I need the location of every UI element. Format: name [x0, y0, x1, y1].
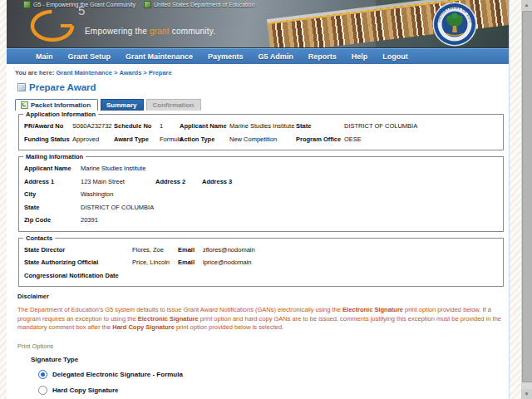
page-title-row: Prepare Award — [7, 76, 509, 92]
page-container: G5 - Empowering the Grant Community Unit… — [7, 0, 510, 399]
nav-item-reports[interactable]: Reports — [301, 52, 344, 61]
nav-item-logout[interactable]: Logout — [375, 52, 416, 61]
applicant-name-label: Applicant Name — [180, 120, 229, 133]
pr-award-no-label: PR/Award No — [24, 120, 72, 133]
mailing-row: Applicant Name Marine Studies Institute — [24, 162, 500, 175]
disclaimer-text: The Department of Education's G5 system … — [17, 306, 504, 332]
contact-row: Congressional Notification Date — [24, 269, 500, 283]
radio-hard-copy-signature[interactable]: Hard Copy Signature — [38, 386, 509, 395]
print-options-heading: Print Options — [17, 342, 509, 350]
ed-favicon-icon — [144, 1, 151, 8]
fieldset-legend: Application Information — [23, 111, 98, 118]
mailing-state-label: State — [24, 201, 81, 214]
tab-confirmation[interactable]: Confirmation — [146, 99, 201, 111]
schedule-no-label: Schedule No — [114, 120, 160, 133]
mailing-row: Zip Code 20391 — [24, 214, 500, 227]
scroll-down-icon[interactable]: ▼ — [521, 389, 532, 399]
breadcrumb-separator: > — [141, 69, 148, 76]
radio-delegated-electronic-signature[interactable]: Delegated Electronic Signature - Formula — [38, 370, 509, 379]
radio-button-icon[interactable] — [38, 386, 47, 395]
action-type-value: New Competition — [229, 133, 296, 146]
city-label: City — [24, 188, 81, 201]
contact-row: State Authorizing Official Price, Lincol… — [24, 256, 500, 269]
prepare-award-icon — [17, 83, 26, 91]
main-navigation: Main Grant Setup Grant Maintenance Payme… — [7, 48, 509, 64]
breadcrumb-link-grant-maintenance[interactable]: Grant Maintenance — [56, 69, 112, 76]
window-title-text: United States Department of Education — [154, 2, 254, 7]
radio-button-icon[interactable] — [38, 370, 47, 379]
zip-code-value: 20391 — [81, 214, 98, 227]
fieldset-legend: Contacts — [23, 234, 55, 242]
congressional-notification-date-label: Congressional Notification Date — [24, 269, 132, 283]
state-authorizing-official-label: State Authorizing Official — [24, 256, 132, 269]
g5-logo: 5 — [30, 7, 105, 45]
contact-row: State Director Flores, Zoe Email zflores… — [24, 244, 500, 257]
nav-item-help[interactable]: Help — [344, 52, 376, 61]
state-authorizing-official-email: lprice@nodomain — [203, 256, 500, 269]
department-of-education-seal-icon: DEPARTMENT OF EDUCATION — [432, 2, 477, 47]
page-title: Prepare Award — [29, 82, 96, 92]
email-label: Email — [178, 244, 203, 257]
fieldset-legend: Mailing Information — [23, 153, 86, 160]
address1-label: Address 1 — [24, 175, 81, 189]
breadcrumb-link-prepare[interactable]: Prepare — [149, 69, 172, 76]
nav-item-grant-setup[interactable]: Grant Setup — [61, 52, 119, 61]
congressional-notification-date-value — [132, 269, 178, 283]
funding-status-label: Funding Status — [24, 133, 72, 146]
tab-label: Packet Information — [31, 101, 91, 109]
program-office-label: Program Office — [296, 133, 344, 146]
tab-summary[interactable]: Summary — [101, 99, 144, 111]
state-value: DISTRICT OF COLUMBIA — [344, 120, 500, 133]
radio-label: Delegated Electronic Signature - Formula — [52, 371, 183, 378]
mailing-applicant-name-label: Applicant Name — [24, 162, 81, 175]
state-label: State — [296, 120, 344, 133]
banner: G5 - Empowering the Grant Community Unit… — [7, 0, 509, 48]
scroll-up-icon[interactable]: ▲ — [521, 0, 532, 10]
tab-label: Confirmation — [152, 101, 194, 109]
signature-type-label: Signature Type — [31, 356, 509, 363]
mailing-state-value: DISTRICT OF COLUMBIA — [81, 201, 154, 214]
address3-label: Address 3 — [202, 175, 500, 189]
tagline-accent: grant — [150, 27, 170, 36]
zip-code-label: Zip Code — [24, 214, 81, 227]
schedule-no-value: 1 — [160, 120, 180, 133]
breadcrumb-link-awards[interactable]: Awards — [119, 69, 141, 76]
mailing-information-fieldset: Mailing Information Applicant Name Marin… — [18, 156, 504, 232]
scrollbar-thumb[interactable] — [522, 11, 532, 382]
tagline: Empowering the grant community. — [85, 27, 215, 36]
g5-logo-five: 5 — [78, 3, 85, 17]
award-type-label: Award Type — [114, 133, 160, 146]
radio-label: Hard Copy Signature — [52, 387, 119, 394]
address2-label: Address 2 — [155, 175, 202, 189]
state-director-name: Flores, Zoe — [132, 244, 178, 257]
g5-logo-g-icon — [30, 7, 80, 43]
tab-label: Summary — [106, 101, 136, 109]
window-title-ed: United States Department of Education — [144, 1, 254, 8]
application-info-row: PR/Award No S060A232732 Schedule No 1 Ap… — [24, 120, 500, 133]
state-director-label: State Director — [24, 244, 132, 257]
nav-item-g5-admin[interactable]: G5 Admin — [251, 52, 301, 61]
program-office-value: OESE — [344, 133, 500, 146]
application-information-fieldset: Application Information PR/Award No S060… — [18, 114, 504, 150]
funding-status-value: Approved — [72, 133, 114, 146]
state-director-email: zflores@nodomain — [203, 244, 500, 257]
tagline-pre: Empowering the — [85, 27, 150, 36]
application-info-row: Funding Status Approved Award Type Formu… — [24, 133, 500, 146]
mailing-applicant-name-value: Marine Studies Institute — [81, 162, 145, 175]
vertical-scrollbar[interactable]: ▲ ▼ — [521, 0, 532, 399]
nav-item-grant-maintenance[interactable]: Grant Maintenance — [118, 52, 200, 61]
nav-item-payments[interactable]: Payments — [200, 52, 251, 61]
action-type-label: Action Type — [180, 133, 229, 146]
nav-item-main[interactable]: Main — [28, 52, 61, 61]
mailing-row: Address 1 123 Main Street Address 2 Addr… — [24, 175, 500, 189]
disclaimer-heading: Disclaimer — [17, 293, 509, 300]
mailing-row: State DISTRICT OF COLUMBIA — [24, 201, 500, 214]
applicant-name-value: Marine Studies Institute — [229, 120, 296, 133]
breadcrumb: You are here: Grant Maintenance>Awards>P… — [7, 64, 509, 76]
state-authorizing-official-name: Price, Lincoln — [132, 256, 178, 269]
packet-information-tab-icon — [21, 101, 28, 109]
tagline-post: community. — [170, 27, 215, 36]
mailing-row: City Washington — [24, 188, 500, 201]
tab-packet-information[interactable]: Packet Information — [15, 99, 98, 111]
address1-value: 123 Main Street — [81, 175, 155, 189]
